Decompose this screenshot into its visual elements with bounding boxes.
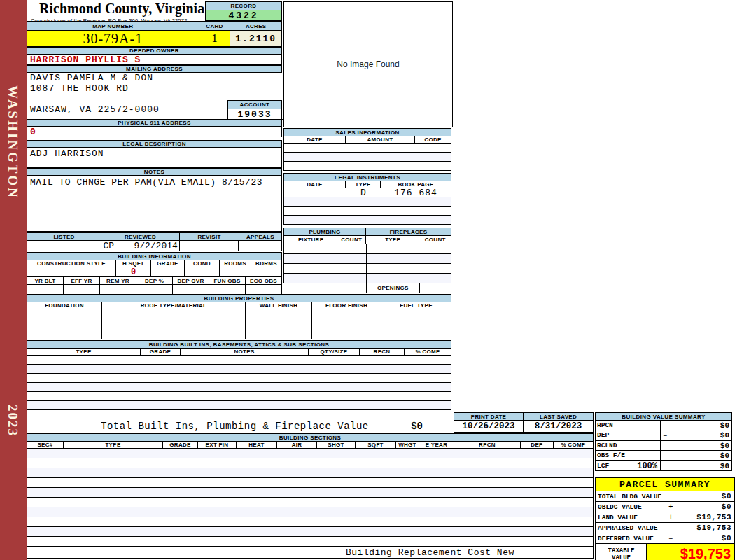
cond-value[interactable] xyxy=(185,267,220,276)
building-sections-empty-row[interactable] xyxy=(27,517,594,527)
sales-information-table: SALES INFORMATION DATE AMOUNT CODE xyxy=(284,128,451,171)
openings-value[interactable] xyxy=(420,284,451,293)
legal-instrument-empty-row[interactable] xyxy=(284,197,451,206)
built-ins-empty-row[interactable] xyxy=(27,365,451,374)
wall-finish-value[interactable] xyxy=(246,309,312,339)
building-sections-empty-row[interactable] xyxy=(27,527,594,537)
review-table: LISTED REVIEWED REVISIT APPEALS CP 9/2/2… xyxy=(27,232,282,251)
sqft-label: SQFT xyxy=(356,442,396,448)
card-label: CARD xyxy=(200,22,231,30)
fireplace-count-label: COUNT xyxy=(419,236,451,244)
dep-pct-value[interactable] xyxy=(136,285,173,295)
wall-finish-label: WALL FINISH xyxy=(246,302,312,309)
building-sections-empty-row[interactable] xyxy=(27,507,594,517)
account-box: ACCOUNT 19033 xyxy=(227,100,282,120)
roof-type-value[interactable] xyxy=(102,309,246,339)
instrument-book-page-value: 176 684 xyxy=(381,188,451,198)
legal-description-value[interactable]: ADJ HARRISON xyxy=(27,148,282,168)
parcel-row-appraised: APPRAISED VALUE $19,753 xyxy=(596,523,734,533)
acres-value[interactable]: 1.2110 xyxy=(230,31,281,46)
appraised-value-label: APPRAISED VALUE xyxy=(596,523,666,533)
fuel-type-value[interactable] xyxy=(382,309,451,339)
built-ins-empty-row[interactable] xyxy=(27,392,451,401)
floor-finish-value[interactable] xyxy=(312,309,382,339)
yr-blt-value[interactable] xyxy=(27,285,64,295)
land-value-label: LAND VALUE xyxy=(596,512,666,522)
obldg-value: $0 xyxy=(722,503,732,511)
building-sections-empty-row[interactable] xyxy=(27,537,594,547)
building-sections-empty-row[interactable] xyxy=(27,488,594,498)
legal-instrument-row[interactable]: D 176 684 xyxy=(284,188,451,197)
reviewed-by: CP xyxy=(103,241,114,251)
map-number-label: MAP NUMBER xyxy=(27,22,200,30)
deeded-owner-label: DEEDED OWNER xyxy=(27,47,282,55)
section-dep-label: DEP xyxy=(521,442,554,448)
section-comp-label: % COMP xyxy=(554,442,593,448)
sales-empty-row[interactable] xyxy=(284,153,451,162)
eco-obs-value[interactable] xyxy=(246,285,281,295)
plumbing-fireplace-empty-row[interactable] xyxy=(284,244,451,254)
plumbing-fireplace-empty-row[interactable] xyxy=(284,264,451,274)
grade-value[interactable] xyxy=(151,267,185,276)
foundation-value[interactable] xyxy=(27,309,102,339)
rem-yr-value[interactable] xyxy=(100,285,136,295)
mailing-address-label: MAILING ADDRESS xyxy=(27,65,282,73)
plumbing-fireplace-empty-row[interactable] xyxy=(284,274,451,284)
building-sections-empty-row[interactable] xyxy=(27,478,594,488)
appeals-value[interactable] xyxy=(239,241,281,251)
card-value[interactable]: 1 xyxy=(200,31,231,46)
mailing-line-1: DAVIS PAMELA M & DON xyxy=(27,73,283,83)
built-ins-empty-row[interactable] xyxy=(27,410,451,419)
taxable-value-row: TAXABLE VALUE $19,753 xyxy=(596,544,734,560)
taxable-label-line2: VALUE xyxy=(612,554,631,560)
reviewed-value[interactable]: CP 9/2/2014 xyxy=(102,241,179,251)
notes-value[interactable]: MAIL TO CHNGE PER PAM(VIA EMAIL) 8/15/23 xyxy=(27,176,282,232)
legal-instruments-table: LEGAL INSTRUMENTS DATE TYPE BOOK PAGE D … xyxy=(284,173,451,225)
bvs-row-dep: DEP –$0 xyxy=(595,430,732,441)
built-ins-empty-row[interactable] xyxy=(27,374,451,383)
grade-label: GRADE xyxy=(151,260,185,267)
building-sections-empty-row[interactable] xyxy=(27,468,594,478)
account-value[interactable]: 19033 xyxy=(227,109,282,120)
dep-ovr-value[interactable] xyxy=(173,285,209,295)
mailing-line-2: 1087 THE HOOK RD xyxy=(27,83,283,94)
sales-empty-row[interactable] xyxy=(284,162,451,171)
physical-address-value[interactable]: 0 xyxy=(27,127,282,137)
building-sections-empty-row[interactable] xyxy=(27,458,594,468)
map-number-value[interactable]: 30-79A-1 xyxy=(27,31,200,46)
building-sections-empty-row[interactable] xyxy=(27,449,594,458)
deeded-owner-value[interactable]: HARRISON PHYLLIS S xyxy=(27,55,282,65)
built-ins-empty-row[interactable] xyxy=(27,383,451,392)
bvs-dep-value: $0 xyxy=(720,431,729,440)
instrument-book-page-label: BOOK PAGE xyxy=(381,181,451,188)
bvs-row-lcf: LCF100% $0 xyxy=(595,461,732,471)
eff-yr-label: EFF YR xyxy=(64,277,100,284)
built-ins-notes-label: NOTES xyxy=(181,349,309,355)
replacement-cost-label: Building Replacement Cost New xyxy=(27,547,514,558)
h-sqft-value[interactable]: 0 xyxy=(116,267,151,276)
rooms-value[interactable] xyxy=(220,267,251,276)
revisit-value[interactable] xyxy=(180,241,239,251)
fuel-type-label: FUEL TYPE xyxy=(382,302,451,309)
state-sidebar: WASHINGTON 2023 xyxy=(0,0,27,560)
obldg-value-label: OBLDG VALUE xyxy=(596,502,666,512)
county-title: Richmond County, Virginia xyxy=(29,1,206,17)
built-ins-empty-row[interactable] xyxy=(27,356,451,365)
instrument-date-label: DATE xyxy=(284,181,346,188)
eff-yr-value[interactable] xyxy=(64,285,100,295)
construction-style-value[interactable] xyxy=(27,267,116,276)
sales-empty-row[interactable] xyxy=(284,144,451,153)
bvs-dep-label: DEP xyxy=(596,430,661,440)
listed-value[interactable] xyxy=(27,241,102,251)
building-value-summary-title: BUILDING VALUE SUMMARY xyxy=(595,412,732,421)
plumbing-fireplace-empty-row[interactable] xyxy=(284,254,451,264)
building-sections-empty-row[interactable] xyxy=(27,498,594,507)
bdrms-value[interactable] xyxy=(251,267,281,276)
building-properties-title: BUILDING PROPERTIES xyxy=(27,294,451,302)
built-ins-empty-row[interactable] xyxy=(27,401,451,410)
built-ins-comp-label: % COMP xyxy=(405,349,451,355)
legal-instrument-empty-row[interactable] xyxy=(284,216,451,225)
plumbing-count-label: COUNT xyxy=(337,236,366,244)
fun-obs-value[interactable] xyxy=(209,285,246,295)
legal-instrument-empty-row[interactable] xyxy=(284,206,451,216)
